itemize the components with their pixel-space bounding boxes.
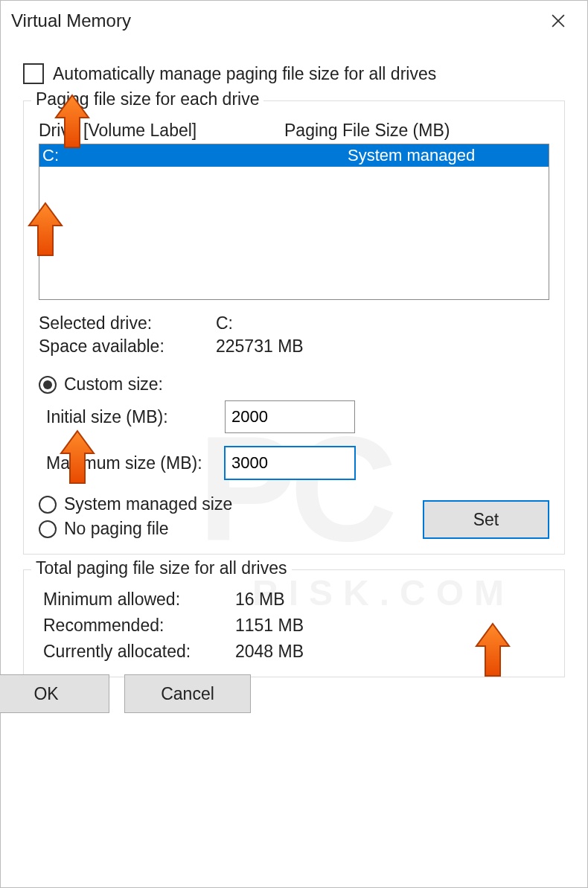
window-title: Virtual Memory bbox=[11, 10, 540, 31]
currently-allocated-label: Currently allocated: bbox=[43, 642, 235, 662]
custom-size-label: Custom size: bbox=[64, 374, 163, 395]
selected-drive-value: C: bbox=[216, 313, 549, 333]
min-allowed-value: 16 MB bbox=[235, 590, 549, 610]
auto-manage-label: Automatically manage paging file size fo… bbox=[53, 64, 436, 84]
drive-row-size: System managed bbox=[348, 146, 546, 165]
min-allowed-label: Minimum allowed: bbox=[43, 590, 235, 610]
titlebar: Virtual Memory bbox=[1, 1, 587, 41]
drive-listbox[interactable]: C: System managed bbox=[39, 144, 549, 300]
header-drive: Drive [Volume Label] bbox=[39, 121, 284, 141]
cancel-button[interactable]: Cancel bbox=[124, 674, 251, 713]
ok-button[interactable]: OK bbox=[0, 674, 109, 713]
currently-allocated-value: 2048 MB bbox=[235, 642, 549, 662]
drive-row[interactable]: C: System managed bbox=[39, 144, 549, 167]
custom-size-radio[interactable] bbox=[39, 376, 57, 394]
space-available-label: Space available: bbox=[39, 336, 216, 357]
close-icon bbox=[552, 14, 565, 28]
close-button[interactable] bbox=[540, 6, 577, 36]
dialog-button-bar: OK Cancel bbox=[0, 674, 569, 713]
virtual-memory-dialog: PC RISK.COM Virtual Memory Automatically… bbox=[0, 0, 588, 888]
group-legend: Paging file size for each drive bbox=[31, 89, 263, 109]
space-available-value: 225731 MB bbox=[216, 336, 549, 357]
initial-size-input[interactable] bbox=[225, 400, 355, 433]
header-size: Paging File Size (MB) bbox=[284, 121, 450, 141]
no-paging-radio[interactable] bbox=[39, 520, 57, 538]
selected-drive-label: Selected drive: bbox=[39, 313, 216, 333]
system-managed-radio[interactable] bbox=[39, 496, 57, 514]
no-paging-label: No paging file bbox=[64, 519, 169, 539]
drive-list-header: Drive [Volume Label] Paging File Size (M… bbox=[39, 121, 549, 141]
cancel-button-label: Cancel bbox=[161, 684, 214, 704]
maximum-size-input[interactable] bbox=[225, 447, 355, 479]
total-paging-group: Total paging file size for all drives Mi… bbox=[23, 569, 565, 677]
recommended-value: 1151 MB bbox=[235, 616, 549, 636]
ok-button-label: OK bbox=[33, 684, 58, 704]
auto-manage-checkbox[interactable] bbox=[23, 63, 44, 84]
drive-row-drive: C: bbox=[42, 146, 348, 165]
maximum-size-label: Maximum size (MB): bbox=[39, 453, 225, 473]
system-managed-label: System managed size bbox=[64, 494, 232, 514]
totals-legend: Total paging file size for all drives bbox=[31, 558, 292, 578]
initial-size-label: Initial size (MB): bbox=[39, 407, 225, 427]
set-button[interactable]: Set bbox=[423, 500, 549, 539]
set-button-label: Set bbox=[473, 510, 499, 530]
paging-per-drive-group: Paging file size for each drive Drive [V… bbox=[23, 100, 565, 555]
recommended-label: Recommended: bbox=[43, 616, 235, 636]
